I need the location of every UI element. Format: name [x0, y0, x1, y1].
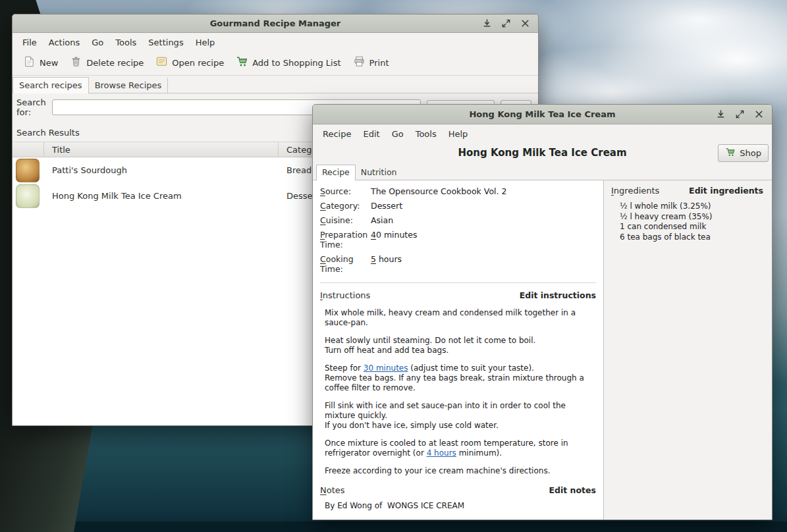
titlebar[interactable]: Gourmand Recipe Manager — [13, 14, 538, 33]
instruction-paragraph: Steep for 30 minutes (adjust time to sui… — [325, 363, 596, 393]
tab-browse-recipes[interactable]: Browse Recipes — [89, 78, 169, 93]
category-value: Dessert — [371, 201, 596, 211]
instruction-paragraph: Heat slowly until steaming. Do not let i… — [325, 336, 596, 356]
maximize-icon[interactable] — [501, 18, 512, 29]
add-to-shopping-list-button[interactable]: Add to Shopping List — [231, 53, 346, 72]
edit-notes-button[interactable]: Edit notes — [549, 485, 596, 495]
ingredients-list: ½ l whole milk (3.25%) ½ l heavy cream (… — [611, 201, 763, 242]
menu-actions[interactable]: Actions — [43, 36, 86, 49]
ocean-dark-band — [0, 521, 787, 532]
column-title[interactable]: Title — [44, 142, 279, 157]
menu-file[interactable]: File — [16, 36, 43, 49]
source-value: The Opensource Cookbook Vol. 2 — [371, 186, 596, 196]
maximize-icon[interactable] — [734, 109, 746, 120]
preparation-time-value: 40 minutes — [371, 230, 596, 250]
window-title: Hong Kong Milk Tea Ice Cream — [372, 109, 713, 119]
column-thumbnail[interactable] — [13, 142, 44, 157]
menu-go[interactable]: Go — [386, 127, 410, 141]
instruction-paragraph: Freeze according to your ice cream machi… — [325, 466, 596, 476]
instructions-label: Instructions — [320, 290, 370, 300]
toolbar: New Delete recipe Open recipe Add to Sho… — [13, 51, 538, 76]
notebook-tabs: Search recipes Browse Recipes — [13, 76, 538, 93]
recipe-card-window: Hong Kong Milk Tea Ice Cream Recipe Edit… — [312, 104, 773, 520]
shop-button[interactable]: Shop — [718, 144, 769, 162]
divider — [320, 282, 596, 283]
menu-edit[interactable]: Edit — [357, 127, 385, 141]
duration-link[interactable]: 30 minutes — [364, 363, 408, 373]
ingredients-header: Ingredients Edit ingredients — [611, 186, 763, 196]
ingredient-item[interactable]: 6 tea bags of black tea — [620, 232, 763, 243]
download-icon[interactable] — [481, 18, 493, 29]
print-button[interactable]: Print — [348, 53, 394, 72]
instruction-paragraph: Fill sink with ice and set sauce-pan int… — [325, 401, 596, 431]
menu-recipe[interactable]: Recipe — [317, 127, 357, 141]
menubar: Recipe Edit Go Tools Help — [313, 124, 772, 143]
cooking-time-label: Cooking Time: — [320, 254, 365, 274]
bread-thumbnail — [16, 159, 40, 182]
ingredient-item[interactable]: ½ l whole milk (3.25%) — [620, 201, 763, 212]
menu-go[interactable]: Go — [86, 36, 109, 49]
cooking-time-value: 5 hours — [371, 254, 596, 274]
ingredient-item[interactable]: ½ l heavy cream (35%) — [620, 212, 763, 223]
instructions-paragraphs: Mix whole milk, heavy cream and condense… — [320, 308, 596, 476]
titlebar[interactable]: Hong Kong Milk Tea Ice Cream — [313, 105, 772, 124]
shopping-cart-icon — [236, 55, 248, 70]
edit-ingredients-button[interactable]: Edit ingredients — [689, 186, 763, 196]
cuisine-value: Asian — [371, 215, 596, 225]
notes-text: By Ed Wong of WONGS ICE CREAM — [320, 501, 596, 510]
shopping-cart-icon — [725, 147, 736, 159]
recipe-title-cell: Patti's Sourdough — [44, 165, 279, 175]
duration-link[interactable]: 4 hours — [427, 448, 456, 458]
menu-tools[interactable]: Tools — [410, 127, 443, 141]
menubar: File Actions Go Tools Settings Help — [13, 33, 538, 51]
cuisine-label: Cuisine: — [320, 215, 365, 225]
ingredients-label: Ingredients — [611, 186, 659, 196]
ingredient-item[interactable]: 1 can condensed milk — [620, 222, 763, 232]
delete-recipe-button[interactable]: Delete recipe — [65, 53, 149, 72]
open-recipe-button[interactable]: Open recipe — [150, 53, 229, 72]
preparation-time-label: Preparation Time: — [320, 230, 365, 250]
recipe-notebook-tabs: Recipe Nutrition — [313, 163, 772, 180]
recipe-main-pane: Source: The Opensource Cookbook Vol. 2 C… — [313, 180, 604, 519]
trash-icon — [70, 55, 82, 70]
menu-tools[interactable]: Tools — [109, 36, 142, 49]
new-recipe-icon — [23, 55, 36, 70]
tab-nutrition[interactable]: Nutrition — [356, 165, 402, 180]
edit-instructions-button[interactable]: Edit instructions — [520, 290, 596, 300]
search-for-label: Search for: — [16, 97, 46, 117]
close-icon[interactable] — [520, 18, 531, 29]
new-button[interactable]: New — [18, 53, 63, 72]
tab-recipe[interactable]: Recipe — [316, 165, 356, 180]
source-label: Source: — [320, 186, 365, 196]
instruction-paragraph: Mix whole milk, heavy cream and condense… — [325, 308, 596, 328]
open-recipe-icon — [155, 55, 168, 70]
instructions-header: Instructions Edit instructions — [320, 290, 596, 300]
recipe-heading: Hong Kong Milk Tea Ice Cream — [458, 147, 626, 159]
notes-label: Notes — [320, 485, 345, 495]
menu-help[interactable]: Help — [190, 36, 221, 49]
window-title: Gourmand Recipe Manager — [72, 18, 479, 28]
menu-help[interactable]: Help — [443, 127, 474, 141]
download-icon[interactable] — [715, 109, 726, 120]
tab-search-recipes[interactable]: Search recipes — [13, 77, 89, 93]
notes-header: Notes Edit notes — [320, 485, 596, 495]
recipe-content: Source: The Opensource Cookbook Vol. 2 C… — [313, 180, 772, 519]
close-icon[interactable] — [753, 109, 765, 120]
menu-settings[interactable]: Settings — [142, 36, 189, 49]
recipe-header: Hong Kong Milk Tea Ice Cream Shop — [313, 143, 772, 163]
ice-cream-thumbnail — [16, 184, 40, 208]
ingredients-pane: Ingredients Edit ingredients ½ l whole m… — [604, 180, 772, 519]
recipe-title-cell: Hong Kong Milk Tea Ice Cream — [44, 191, 279, 201]
recipe-details: Source: The Opensource Cookbook Vol. 2 C… — [320, 186, 596, 274]
instruction-paragraph: Once mixture is cooled to at least room … — [325, 439, 596, 458]
category-label: Category: — [320, 201, 365, 211]
printer-icon — [353, 55, 366, 70]
